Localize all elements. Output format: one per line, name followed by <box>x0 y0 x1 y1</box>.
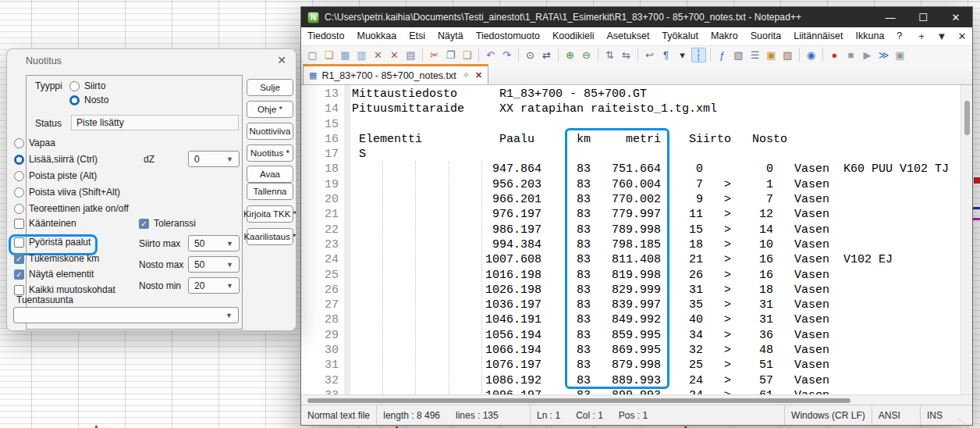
menu-item-ikkuna[interactable]: Ikkuna <box>850 27 891 45</box>
close-tab-icon[interactable]: ✕ <box>952 30 972 42</box>
paste-icon[interactable]: ❑ <box>460 48 474 62</box>
print-icon[interactable]: ▤ <box>403 48 418 62</box>
nosto-min-combo[interactable]: 20▼ <box>188 277 240 294</box>
nuotitus-button[interactable]: Nuotitus * <box>247 144 293 162</box>
checkbox-n-yt-elementit[interactable]: ✓Näytä elementit <box>14 269 94 280</box>
toolbar-separator <box>822 48 823 62</box>
nosto-min-label: Nosto min <box>139 280 181 291</box>
macro-play-icon[interactable]: ▶ <box>860 48 875 62</box>
menu-item-n-yt-[interactable]: Näytä <box>431 27 470 45</box>
monitoring-icon[interactable]: ◉ <box>804 48 818 62</box>
mode-radio-poista-viiva-shift-alt-[interactable]: Poista viiva (Shift+Alt) <box>14 187 120 198</box>
mode-radio-vapaa[interactable]: Vapaa <box>14 137 55 148</box>
mode-radio-teoreettinen-jatke-on-off[interactable]: Teoreettinen jatke on/off <box>14 203 129 214</box>
status-insert-mode[interactable]: INS ⋱ <box>921 405 972 425</box>
sulje-button[interactable]: Sulje <box>247 79 293 96</box>
save-all-icon[interactable]: ▥ <box>354 48 369 62</box>
project-panel-icon[interactable]: ▨ <box>780 48 795 62</box>
document-map-icon[interactable]: ▧ <box>731 48 746 62</box>
horizontal-scrollbar-thumb[interactable] <box>307 398 850 403</box>
checkbox-label: Pyöristä paalut <box>29 237 91 248</box>
status-eol-format[interactable]: Windows (CR LF) <box>785 405 872 425</box>
cut-icon[interactable]: ✂ <box>427 48 442 62</box>
title-bar[interactable]: N C:\Users\petri.kaihia\Documents\Testi_… <box>301 7 972 27</box>
menu-item-asetukset[interactable]: Asetukset <box>600 27 655 45</box>
menu-item-etsi[interactable]: Etsi <box>403 27 431 45</box>
close-file-icon[interactable]: ✕ <box>371 48 385 62</box>
sync-vertical-icon[interactable]: ⇅ <box>602 48 617 62</box>
vertical-scrollbar-thumb[interactable] <box>964 101 970 135</box>
saved-file-icon: ▦ <box>309 70 317 80</box>
vertical-scrollbar[interactable] <box>960 85 972 394</box>
undo-icon[interactable]: ↶ <box>483 48 498 62</box>
status-encoding[interactable]: ANSI <box>872 405 921 425</box>
copy-icon[interactable]: ❐ <box>443 48 458 62</box>
macro-record-icon[interactable]: ● <box>827 48 842 62</box>
dz-combo[interactable]: 0▼ <box>188 151 240 167</box>
dialog-close-icon[interactable]: ✕ <box>277 54 286 66</box>
siirto-max-combo[interactable]: 50▼ <box>188 235 240 251</box>
menu-item-makro[interactable]: Makro <box>705 27 744 45</box>
nosto-max-combo[interactable]: 50▼ <box>188 256 240 273</box>
menu-item-liit-nn-iset[interactable]: Liitännäiset <box>787 27 849 45</box>
checkbox-tukemiskone-km[interactable]: ✓Tukemiskone km <box>14 253 99 264</box>
menu-item-koodikieli[interactable]: Koodikieli <box>546 27 601 45</box>
new-file-icon[interactable]: ▢ <box>305 48 320 62</box>
replace-icon[interactable]: ⇄ <box>539 48 554 62</box>
checkbox-icon: ✓ <box>14 269 24 280</box>
zoom-in-icon[interactable]: ⊕ <box>563 48 577 62</box>
macro-stop-icon[interactable]: ■ <box>843 48 858 62</box>
resize-grip-icon[interactable]: ⋱ <box>958 417 966 425</box>
function-list-icon[interactable]: ƒ <box>715 48 730 62</box>
save-icon[interactable]: ▦ <box>338 48 353 62</box>
menu-item-tiedosto[interactable]: Tiedosto <box>301 27 350 45</box>
maximize-button[interactable]: ☐ <box>907 7 939 27</box>
tuentasuunta-combo[interactable]: ▼ <box>13 307 239 323</box>
tab-active[interactable]: ▦ R1_83+700 - 85+700_notes.txt ✧ ✕ <box>303 64 488 84</box>
word-wrap-icon[interactable]: ↩ <box>642 48 657 62</box>
checkbox-icon <box>14 285 24 295</box>
checkbox-label: Käänteinen <box>29 218 76 229</box>
tyyppi-radio-siirto[interactable]: Siirto <box>69 80 105 91</box>
find-icon[interactable]: ⊙ <box>523 48 538 62</box>
close-button[interactable]: ✕ <box>939 7 972 27</box>
checkbox-toleranssi[interactable]: ✓Toleranssi <box>139 218 196 229</box>
checkbox-k-nteinen[interactable]: Käänteinen <box>14 218 76 229</box>
sync-horizontal-icon[interactable]: ⇆ <box>619 48 634 62</box>
show-all-characters-icon[interactable]: ¶ <box>659 48 673 62</box>
tyyppi-radio-nosto[interactable]: Nosto <box>69 95 108 105</box>
redo-icon[interactable]: ↷ <box>499 48 514 62</box>
pin-icon[interactable]: ✧ <box>463 70 470 80</box>
kirjoita-tkk-button[interactable]: Kirjoita TKK * <box>247 205 293 223</box>
show-indent-guide-icon[interactable]: ┆ <box>691 48 706 62</box>
avaa-button[interactable]: Avaa <box>247 166 293 183</box>
tab-list-icon[interactable]: ▼ <box>932 30 952 42</box>
close-all-icon[interactable]: ✕ <box>387 48 402 62</box>
mode-radio-poista-piste-alt-[interactable]: Poista piste (Alt) <box>14 170 97 181</box>
radio-icon <box>69 95 80 105</box>
toolbar-dropdown-icon[interactable]: ▾ <box>675 48 690 62</box>
nuottiviiva-button[interactable]: Nuottiviiva <box>247 123 293 140</box>
macro-run-multiple-icon[interactable]: ≫ <box>876 48 891 62</box>
open-folder-icon[interactable]: ❏ <box>321 48 336 62</box>
mode-radio-lis-siirr-ctrl-[interactable]: Lisää,siirrä (Ctrl) <box>14 154 98 165</box>
menu-item-suorita[interactable]: Suorita <box>744 27 788 45</box>
horizontal-scrollbar[interactable] <box>301 394 972 405</box>
document-list-icon[interactable]: ☰ <box>747 48 762 62</box>
tallenna-button[interactable]: Tallenna <box>247 183 293 200</box>
menu-item--[interactable]: ? <box>890 27 908 45</box>
ohje-button[interactable]: Ohje * <box>247 101 293 118</box>
kaarilistaus-button[interactable]: Kaarilistaus * <box>247 228 293 245</box>
menu-item-ty-kalut[interactable]: Työkalut <box>655 27 705 45</box>
tab-close-icon[interactable]: ✕ <box>475 70 482 80</box>
macro-save-icon[interactable]: ▣ <box>893 48 907 62</box>
menu-item-tiedostomuoto[interactable]: Tiedostomuoto <box>470 27 546 45</box>
file-browser-icon[interactable]: ▣ <box>764 48 779 62</box>
minimize-button[interactable]: — <box>874 7 907 27</box>
zoom-out-icon[interactable]: ⊖ <box>579 48 594 62</box>
menu-item-muokkaa[interactable]: Muokkaa <box>350 27 403 45</box>
checkbox-py-rist-paalut[interactable]: Pyöristä paalut <box>14 237 91 248</box>
checkbox-kaikki-muutoskohdat[interactable]: Kaikki muutoskohdat <box>14 284 115 295</box>
checkbox-icon <box>14 219 24 229</box>
new-tab-icon[interactable]: + <box>911 30 932 42</box>
